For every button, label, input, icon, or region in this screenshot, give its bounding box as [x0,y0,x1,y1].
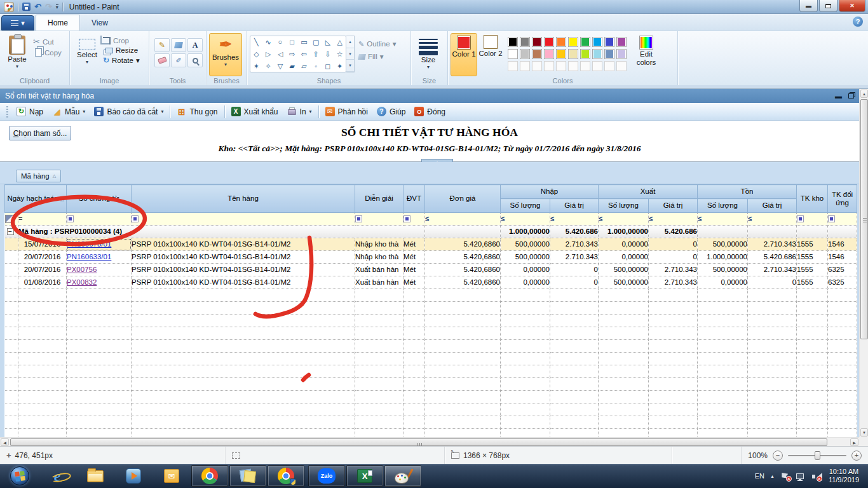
zoom-slider-thumb[interactable] [815,451,820,460]
shapes-gallery[interactable]: ╲∿○□▭▢◺△◇▷◁⇨⇦⇧⇩☆✶✧▽▰▱◦◻✦ [250,36,346,72]
filter-box-icon[interactable] [67,215,74,222]
horizontal-scroll-thumb[interactable] [10,438,827,446]
toolbar-button-giup[interactable]: Giúp [372,105,410,118]
toolbar-button-in[interactable]: In▾ [283,105,316,118]
cell-note[interactable]: Nhập kho thà [355,251,403,264]
cell-date[interactable]: 20/07/2016 [18,251,67,264]
shape-icon[interactable]: ○ [278,37,283,46]
eraser-tool[interactable] [154,53,170,67]
taskbar-item-explorer[interactable] [76,464,114,488]
brushes-button[interactable]: ✒ Brushes▾ [209,33,242,76]
col-header-out-qty[interactable]: Số lượng [599,199,649,213]
filter-cell-in_qty[interactable]: ≤ [501,213,550,226]
vertical-scrollbar[interactable]: ▲ ▼ [859,89,868,437]
cell-name[interactable]: PSRP 010x100x140 KD-WT04-01SG-B14-01/M2 [132,276,355,289]
palette-swatch[interactable] [604,49,614,59]
filter-cell-marker[interactable] [5,213,18,226]
cell-note[interactable]: Nhập kho thà [355,238,403,251]
taskbar-item-chrome-profile[interactable] [268,465,304,487]
cut-button[interactable]: ✂Cut [33,37,62,46]
shape-icon[interactable]: ▭ [301,37,307,46]
cell-in_val[interactable]: 2.710.343 [550,251,599,264]
taskbar-item-media-player[interactable] [114,464,153,488]
cell-bal_val[interactable]: 2.710.343 [748,264,797,276]
scroll-down-icon[interactable]: ▼ [860,428,868,437]
network-icon[interactable] [796,471,805,480]
paint-menu-button[interactable]: ▾ [1,15,34,30]
col-header-doc[interactable]: Số chứng từ [67,185,132,213]
shape-icon[interactable]: ▰ [289,62,294,71]
palette-swatch[interactable] [520,37,530,47]
cell-tk[interactable]: 1555 [797,276,828,289]
filter-lte-icon[interactable]: ≤ [698,215,702,222]
col-header-bal-val[interactable]: Giá trị [748,199,797,213]
cell-unit[interactable]: Mét [403,251,425,264]
palette-swatch[interactable] [556,49,566,59]
cell-in_qty[interactable]: 0,00000 [501,276,550,289]
filter-lte-icon[interactable]: ≤ [550,215,554,222]
cell-out_qty[interactable]: 500,00000 [599,276,649,289]
cell-doc[interactable]: PN160678/01 [67,238,132,251]
filter-lte-icon[interactable]: ≤ [649,215,653,222]
cell-date[interactable]: 01/08/2016 [18,276,67,289]
shape-icon[interactable]: ⇧ [313,50,319,58]
group-by-button[interactable]: Mã hàng△ [16,170,61,182]
shape-icon[interactable]: ⇩ [325,50,330,58]
col-header-tk[interactable]: TK kho [797,185,828,213]
toolbar-button-xuat-khau[interactable]: Xuất khẩu [227,105,283,118]
crop-button[interactable]: Crop [103,37,140,44]
color2-button[interactable]: Color 2 [477,33,504,76]
cell-bal_val[interactable]: 2.710.343 [748,238,797,251]
cell-tk[interactable]: 1555 [797,251,828,264]
paint-canvas[interactable]: Sổ chi tiết vật tư hàng hóa ▬ NạpMẫu▾Báo… [0,89,868,437]
cell-unit[interactable]: Mét [403,238,425,251]
filter-box-icon[interactable] [355,215,362,222]
select-button[interactable]: Select▾ [72,33,102,76]
toolbar-button-bao-cao-da-cat[interactable]: Báo cáo đã cắt▾ [90,105,168,118]
shape-icon[interactable]: □ [290,37,294,46]
cell-out_val[interactable]: 2.710.343 [649,276,698,289]
shape-icon[interactable]: ∿ [266,37,271,46]
toolbar-button-dong[interactable]: Đóng [410,105,450,118]
outline-button[interactable]: ✎Outline▾ [358,39,396,48]
cell-in_qty[interactable]: 0,00000 [501,264,550,276]
col-header-name[interactable]: Tên hàng [132,185,355,213]
shape-icon[interactable]: ✶ [254,62,259,71]
cell-out_val[interactable]: 0 [649,251,698,264]
taskbar-item-sticky-notes[interactable] [229,465,266,487]
magnifier-tool[interactable] [187,53,203,67]
cell-price[interactable]: 5.420,6860 [425,276,501,289]
filter-cell-price[interactable]: ≤ [425,213,501,226]
document-link[interactable]: PX00832 [67,278,97,286]
filter-lte-icon[interactable]: ≤ [501,215,505,222]
redo-icon[interactable]: ↷ [45,3,52,11]
pencil-tool[interactable]: ✎ [154,38,170,52]
app-minimize-icon[interactable]: ▬ [835,92,842,100]
filter-cell-tk2[interactable] [828,213,857,226]
filter-box-icon[interactable] [403,215,410,222]
cell-tk2[interactable]: 1546 [828,238,857,251]
shape-icon[interactable]: ✦ [337,62,342,71]
color-picker-tool[interactable]: ✐ [171,53,186,67]
scroll-left-icon[interactable]: ◀ [1,438,9,446]
palette-swatch[interactable] [508,49,518,59]
taskbar-item-paint[interactable] [384,465,421,487]
color1-button[interactable]: Color 1 [451,33,477,76]
toolbar-button-phan-hoi[interactable]: Phản hồi [321,105,372,118]
shape-icon[interactable]: ▷ [266,50,271,58]
zoom-in-button[interactable]: + [851,451,862,461]
fill-button[interactable]: Fill▾ [358,52,396,61]
toolbar-button-thu-gon[interactable]: Thu gọn [172,105,222,118]
shape-icon[interactable]: ◻ [325,62,330,71]
shape-icon[interactable]: ╲ [254,37,259,46]
filter-equals-icon[interactable]: = [18,215,22,222]
cell-in_val[interactable]: 0 [550,264,599,276]
text-tool[interactable]: A [187,38,203,52]
cell-out_qty[interactable]: 500,00000 [599,264,649,276]
zoom-slider[interactable] [788,455,846,456]
shape-icon[interactable]: △ [337,37,342,46]
taskbar-item-excel[interactable]: X [346,465,383,487]
cell-doc[interactable]: PN160633/01 [67,251,132,264]
paint-app-icon[interactable] [4,2,14,12]
zoom-out-button[interactable]: − [773,451,783,461]
